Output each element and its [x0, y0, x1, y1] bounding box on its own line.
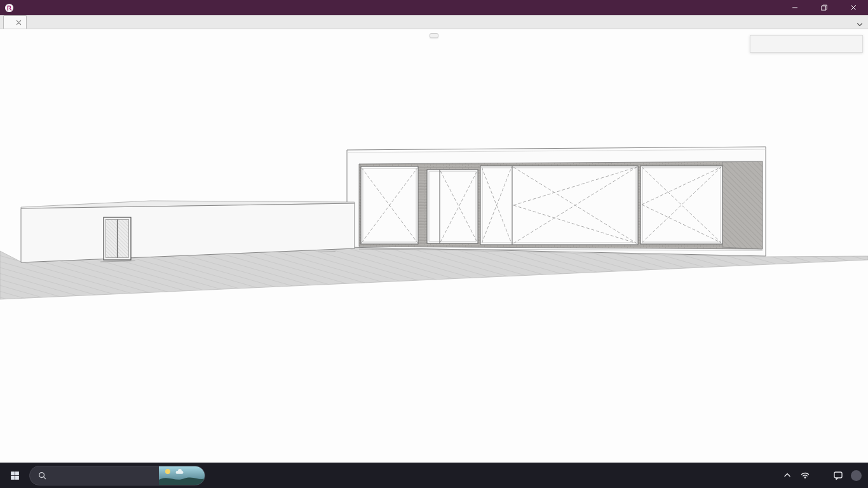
- taskbar-search[interactable]: [29, 466, 205, 485]
- close-button[interactable]: [839, 0, 868, 15]
- tab-3d-view[interactable]: [3, 15, 27, 29]
- widgets-weather-image[interactable]: [159, 466, 205, 485]
- system-tray: [782, 470, 868, 481]
- notifications-button[interactable]: [833, 470, 843, 480]
- windows-start-icon: [10, 470, 20, 481]
- tools-panel: [750, 35, 863, 53]
- main-toolbar: [430, 33, 438, 38]
- taskbar: [0, 463, 868, 488]
- titlebar: [0, 0, 868, 15]
- start-button[interactable]: [0, 463, 29, 488]
- maximize-button[interactable]: [810, 0, 839, 15]
- wifi-icon: [800, 470, 810, 480]
- hidden-icons-button[interactable]: [782, 470, 792, 480]
- glazed-facade: [361, 166, 722, 245]
- renga-app-icon: [4, 3, 14, 13]
- new-tab-button[interactable]: [30, 17, 44, 27]
- building-pavilion[interactable]: [347, 147, 766, 256]
- notification-count-badge: [851, 470, 862, 481]
- viewport-3d[interactable]: [0, 29, 868, 463]
- network-button[interactable]: [800, 470, 810, 480]
- entrance-door: [100, 217, 135, 262]
- notification-icon: [833, 470, 843, 480]
- chevron-up-icon: [782, 470, 792, 480]
- restore-icon: [820, 3, 829, 12]
- tab-close-icon[interactable]: [16, 20, 22, 25]
- tab-list-dropdown[interactable]: [857, 18, 863, 30]
- minimize-icon: [790, 3, 799, 12]
- close-icon: [849, 3, 858, 12]
- minimize-button[interactable]: [780, 0, 810, 15]
- workspace: [0, 29, 868, 463]
- tab-bar: [0, 15, 868, 29]
- search-icon: [37, 471, 47, 480]
